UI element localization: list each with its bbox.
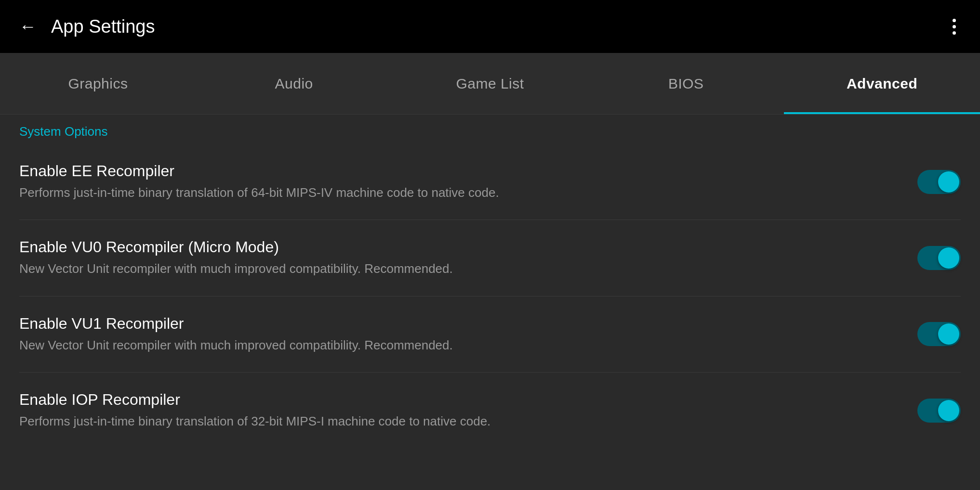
- setting-row-vu1-recompiler: Enable VU1 Recompiler New Vector Unit re…: [19, 297, 961, 373]
- app-bar-left: ← App Settings: [19, 16, 155, 37]
- setting-row-iop-recompiler: Enable IOP Recompiler Performs just-in-t…: [19, 373, 961, 448]
- tabs-container: Graphics Audio Game List BIOS Advanced: [0, 53, 980, 115]
- setting-desc-vu1-recompiler: New Vector Unit recompiler with much imp…: [19, 336, 888, 354]
- toggle-ee-recompiler[interactable]: [917, 170, 961, 194]
- back-button[interactable]: ←: [19, 16, 37, 37]
- more-dot-3: [953, 31, 956, 35]
- setting-title-ee-recompiler: Enable EE Recompiler: [19, 162, 888, 180]
- setting-title-vu1-recompiler: Enable VU1 Recompiler: [19, 315, 888, 333]
- toggle-knob-vu0-recompiler: [938, 247, 959, 269]
- toggle-knob-vu1-recompiler: [938, 323, 959, 345]
- content-area: System Options Enable EE Recompiler Perf…: [0, 115, 980, 449]
- tab-game-list[interactable]: Game List: [392, 53, 588, 114]
- toggle-vu0-recompiler[interactable]: [917, 246, 961, 270]
- tab-bios[interactable]: BIOS: [588, 53, 784, 114]
- setting-row-vu0-recompiler: Enable VU0 Recompiler (Micro Mode) New V…: [19, 220, 961, 296]
- toggle-vu1-recompiler[interactable]: [917, 322, 961, 346]
- setting-text-ee-recompiler: Enable EE Recompiler Performs just-in-ti…: [19, 162, 917, 201]
- app-bar: ← App Settings: [0, 0, 980, 53]
- setting-text-iop-recompiler: Enable IOP Recompiler Performs just-in-t…: [19, 391, 917, 430]
- tab-audio[interactable]: Audio: [196, 53, 392, 114]
- setting-row-ee-recompiler: Enable EE Recompiler Performs just-in-ti…: [19, 144, 961, 220]
- setting-title-vu0-recompiler: Enable VU0 Recompiler (Micro Mode): [19, 238, 888, 256]
- app-title: App Settings: [51, 16, 155, 37]
- more-dot-2: [953, 25, 956, 28]
- setting-title-iop-recompiler: Enable IOP Recompiler: [19, 391, 888, 409]
- more-dot-1: [953, 19, 956, 22]
- toggle-knob-iop-recompiler: [938, 400, 959, 421]
- toggle-knob-ee-recompiler: [938, 171, 959, 193]
- toggle-iop-recompiler[interactable]: [917, 399, 961, 423]
- setting-desc-ee-recompiler: Performs just-in-time binary translation…: [19, 184, 888, 201]
- system-options-link[interactable]: System Options: [19, 115, 961, 144]
- setting-text-vu0-recompiler: Enable VU0 Recompiler (Micro Mode) New V…: [19, 238, 917, 277]
- setting-desc-iop-recompiler: Performs just-in-time binary translation…: [19, 413, 888, 430]
- setting-desc-vu0-recompiler: New Vector Unit recompiler with much imp…: [19, 260, 888, 277]
- setting-text-vu1-recompiler: Enable VU1 Recompiler New Vector Unit re…: [19, 315, 917, 354]
- tab-graphics[interactable]: Graphics: [0, 53, 196, 114]
- more-menu-button[interactable]: [948, 14, 961, 39]
- tab-advanced[interactable]: Advanced: [784, 53, 980, 114]
